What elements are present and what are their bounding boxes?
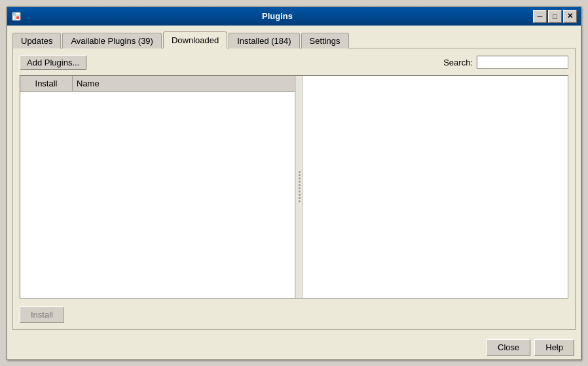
tab-settings[interactable]: Settings (301, 33, 349, 48)
search-label: Search: (443, 58, 473, 67)
tab-installed[interactable]: Installed (184) (229, 33, 299, 48)
install-button[interactable]: Install (20, 306, 64, 323)
title-bar: Plugins ─ □ ✕ (7, 7, 581, 26)
bottom-row: Install (20, 306, 568, 323)
window-footer: Close Help (7, 335, 581, 359)
close-dialog-button[interactable]: Close (487, 339, 530, 356)
table-header: Install Name (20, 76, 295, 92)
plugin-list-area: Install Name (20, 75, 568, 299)
toolbar: Add Plugins... Search: (20, 55, 568, 70)
search-input[interactable] (477, 56, 568, 69)
help-button[interactable]: Help (534, 339, 574, 356)
search-area: Search: (443, 56, 568, 69)
svg-rect-4 (13, 13, 14, 14)
close-button[interactable]: ✕ (563, 10, 577, 23)
window-title: Plugins (22, 11, 533, 21)
tab-downloaded[interactable]: Downloaded (163, 31, 227, 48)
downloaded-tab-content: Add Plugins... Search: Install Name (12, 48, 576, 330)
tab-bar: Updates Available Plugins (39) Downloade… (12, 31, 576, 48)
plugin-details-panel (303, 76, 568, 298)
plugin-table: Install Name (20, 76, 295, 298)
maximize-button[interactable]: □ (548, 10, 562, 23)
window-controls: ─ □ ✕ (533, 10, 577, 23)
window-icon (11, 11, 22, 22)
col-install-header: Install (20, 76, 73, 91)
plugins-window: Plugins ─ □ ✕ Updates Available Plugins … (7, 7, 581, 360)
resize-handle[interactable] (295, 76, 303, 298)
minimize-button[interactable]: ─ (533, 10, 547, 23)
table-body[interactable] (20, 92, 295, 298)
add-plugins-button[interactable]: Add Plugins... (20, 55, 86, 70)
tab-updates[interactable]: Updates (12, 33, 61, 48)
svg-rect-3 (16, 16, 19, 19)
col-name-header: Name (73, 76, 295, 91)
window-content: Updates Available Plugins (39) Downloade… (7, 26, 581, 335)
tab-available-plugins[interactable]: Available Plugins (39) (62, 33, 162, 48)
